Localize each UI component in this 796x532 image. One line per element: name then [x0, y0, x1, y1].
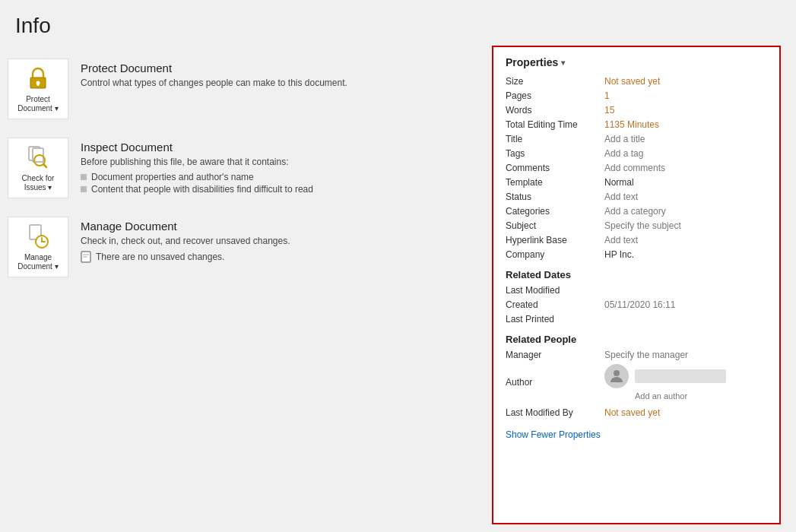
no-changes: There are no unsaved changes.	[81, 251, 290, 263]
prop-last-modified: Last Modified	[506, 285, 767, 296]
prop-subject: Subject Specify the subject	[506, 220, 767, 231]
manage-document-button[interactable]: ManageDocument ▾	[8, 217, 68, 277]
prop-created: Created 05/11/2020 16:11	[506, 299, 767, 310]
protect-desc: Control what types of changes people can…	[81, 78, 347, 88]
prop-hyperlink-value[interactable]: Add text	[604, 235, 767, 245]
left-panel: ProtectDocument ▾ Protect Document Contr…	[8, 46, 477, 524]
prop-status-value[interactable]: Add text	[604, 192, 767, 202]
prop-pages: Pages 1	[506, 90, 767, 101]
prop-subject-value[interactable]: Specify the subject	[604, 220, 767, 231]
check-issues-button[interactable]: Check forIssues ▾	[8, 138, 68, 198]
check-desc: Before publishing this file, be aware th…	[81, 157, 313, 167]
svg-line-6	[43, 164, 46, 167]
prop-manager-value[interactable]: Specify the manager	[604, 350, 767, 360]
author-name-placeholder	[635, 369, 726, 383]
prop-template: Template Normal	[506, 177, 767, 188]
author-area: Add an author	[604, 364, 726, 404]
prop-last-modified-by: Last Modified By Not saved yet	[506, 407, 767, 418]
prop-comments-value[interactable]: Add comments	[604, 163, 767, 173]
prop-status: Status Add text	[506, 192, 767, 202]
protect-text: Protect Document Control what types of c…	[81, 59, 347, 93]
prop-author: Author Add an author	[506, 364, 767, 404]
prop-comments: Comments Add comments	[506, 163, 767, 173]
page-icon	[81, 251, 91, 263]
prop-manager: Manager Specify the manager	[506, 350, 767, 360]
check-section: Check forIssues ▾ Inspect Document Befor…	[8, 128, 477, 207]
prop-size: Size Not saved yet	[506, 76, 767, 87]
bullet-item-1: Document properties and author's name	[81, 172, 313, 182]
protect-title: Protect Document	[81, 62, 347, 74]
bullet-square-1	[81, 174, 87, 180]
prop-categories-value[interactable]: Add a category	[604, 206, 767, 217]
lock-icon	[24, 65, 52, 92]
author-row	[604, 364, 726, 388]
prop-company: Company HP Inc.	[506, 249, 767, 260]
manage-text: Manage Document Check in, check out, and…	[81, 217, 290, 263]
related-dates-header: Related Dates	[506, 269, 767, 280]
protect-section: ProtectDocument ▾ Protect Document Contr…	[8, 49, 477, 128]
check-text: Inspect Document Before publishing this …	[81, 138, 313, 196]
avatar-icon	[607, 367, 626, 385]
properties-header: Properties ▾	[506, 56, 767, 68]
page-title: Info	[0, 0, 796, 46]
prop-last-printed: Last Printed	[506, 314, 767, 325]
prop-title: Title Add a title	[506, 134, 767, 144]
manage-title: Manage Document	[81, 220, 290, 233]
check-icon-label: Check forIssues ▾	[22, 174, 55, 192]
property-rows: Size Not saved yet Pages 1 Words 15 Tota…	[506, 76, 767, 260]
prop-tags-value[interactable]: Add a tag	[604, 148, 767, 159]
show-fewer-link[interactable]: Show Fewer Properties	[506, 429, 601, 440]
prop-editing-time: Total Editing Time 1135 Minutes	[506, 119, 767, 130]
prop-tags: Tags Add a tag	[506, 148, 767, 159]
check-bullets: Document properties and author's name Co…	[81, 172, 313, 195]
check-title: Inspect Document	[81, 141, 313, 154]
properties-panel: Properties ▾ Size Not saved yet Pages 1 …	[492, 46, 781, 524]
add-author-link[interactable]: Add an author	[635, 391, 726, 401]
bullet-square-2	[81, 186, 87, 192]
related-people-header: Related People	[506, 334, 767, 345]
avatar	[604, 364, 629, 388]
svg-point-14	[614, 370, 620, 376]
prop-title-value[interactable]: Add a title	[604, 134, 767, 144]
properties-chevron[interactable]: ▾	[561, 59, 565, 67]
svg-rect-2	[37, 83, 40, 86]
protect-icon-label: ProtectDocument ▾	[17, 95, 58, 113]
prop-categories: Categories Add a category	[506, 206, 767, 217]
manage-section: ManageDocument ▾ Manage Document Check i…	[8, 207, 477, 287]
manage-icon	[24, 223, 52, 250]
manage-desc: Check in, check out, and recover unsaved…	[81, 236, 290, 246]
prop-words: Words 15	[506, 105, 767, 116]
protect-document-button[interactable]: ProtectDocument ▾	[8, 59, 68, 119]
prop-hyperlink: Hyperlink Base Add text	[506, 235, 767, 245]
manage-icon-label: ManageDocument ▾	[17, 253, 58, 271]
bullet-item-2: Content that people with disabilities fi…	[81, 184, 313, 195]
inspect-icon	[24, 144, 52, 171]
